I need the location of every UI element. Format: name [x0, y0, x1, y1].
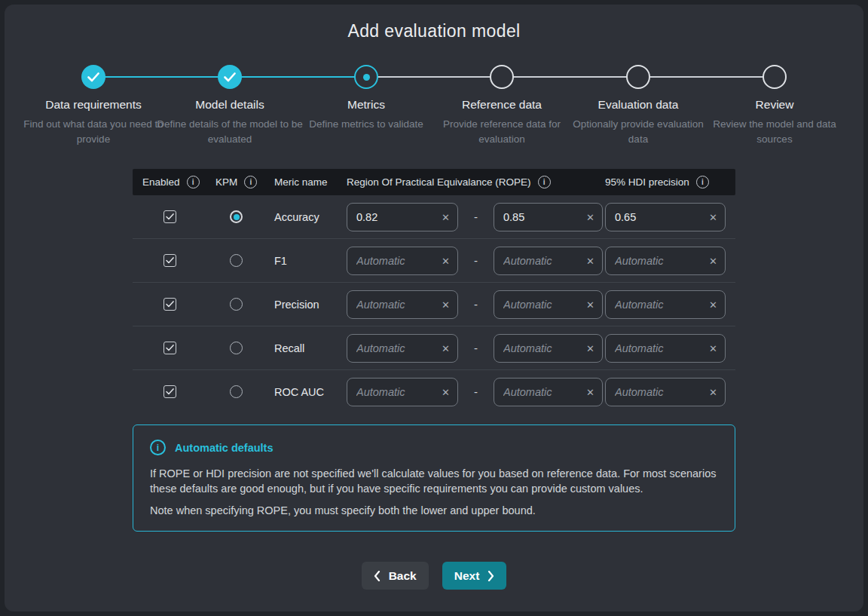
metric-name: F1: [274, 255, 287, 267]
header-rope: Region Of Practical Equivalance (ROPE): [347, 176, 531, 188]
chevron-right-icon: [487, 571, 494, 581]
clear-input-icon[interactable]: ✕: [439, 253, 452, 268]
step-title: Metrics: [291, 98, 442, 112]
metric-name: Precision: [274, 299, 319, 311]
clear-input-icon[interactable]: ✕: [707, 341, 720, 355]
step-title: Evaluation data: [563, 98, 714, 112]
step-description: Define metrics to validate: [291, 117, 442, 132]
kpm-radio[interactable]: [230, 342, 243, 354]
step-title: Reference data: [426, 98, 577, 112]
step-title: Model details: [154, 98, 305, 112]
step-title: Review: [699, 98, 850, 112]
step-title: Data requirements: [18, 98, 169, 112]
table-row-accuracy: Accuracy ✕ - ✕ ✕: [133, 195, 735, 238]
clear-input-icon[interactable]: ✕: [707, 253, 720, 268]
step-upcoming-icon[interactable]: [763, 65, 787, 89]
step-completed-check-icon[interactable]: [218, 65, 242, 89]
chevron-left-icon: [374, 571, 381, 581]
clear-input-icon[interactable]: ✕: [707, 297, 720, 311]
info-box-paragraph: Note when specifying ROPE, you must spec…: [150, 503, 718, 518]
table-header: Enabled i KPM i Meric name Region Of Pra…: [133, 169, 735, 195]
enabled-info-icon[interactable]: i: [187, 176, 200, 188]
info-box-title: Automatic defaults: [175, 442, 274, 454]
range-separator: -: [458, 210, 494, 223]
kpm-radio[interactable]: [230, 298, 243, 311]
info-box-paragraph: If ROPE or HDI precision are not specifi…: [150, 466, 718, 496]
header-metric-name: Meric name: [274, 176, 328, 188]
add-evaluation-model-dialog: Add evaluation model Data requirements F…: [5, 5, 863, 611]
table-row-precision: Precision ✕ - ✕ ✕: [133, 282, 735, 326]
clear-input-icon[interactable]: ✕: [584, 341, 597, 355]
enabled-checkbox[interactable]: [164, 254, 176, 267]
table-row-recall: Recall ✕ - ✕ ✕: [133, 326, 735, 369]
automatic-defaults-info-box: i Automatic defaults If ROPE or HDI prec…: [133, 424, 735, 532]
enabled-checkbox[interactable]: [164, 298, 176, 311]
step-active-icon[interactable]: [354, 65, 378, 89]
clear-input-icon[interactable]: ✕: [439, 385, 452, 399]
metric-name: Recall: [274, 342, 304, 354]
header-enabled: Enabled: [142, 176, 180, 188]
step-description: Optionally provide evaluation data: [563, 117, 714, 147]
step-upcoming-icon[interactable]: [490, 65, 514, 89]
kpm-info-icon[interactable]: i: [244, 176, 257, 188]
kpm-radio[interactable]: [230, 254, 243, 267]
clear-input-icon[interactable]: ✕: [584, 210, 597, 224]
step-description: Provide reference data for evaluation: [426, 117, 577, 147]
clear-input-icon[interactable]: ✕: [584, 297, 597, 311]
header-hdi-precision: 95% HDI precision: [605, 176, 689, 188]
table-row-f1: F1 ✕ - ✕ ✕: [133, 238, 735, 282]
table-row-roc-auc: ROC AUC ✕ - ✕ ✕: [133, 369, 735, 413]
step-completed-check-icon[interactable]: [81, 65, 105, 89]
hdi-info-icon[interactable]: i: [696, 176, 709, 188]
clear-input-icon[interactable]: ✕: [584, 253, 597, 268]
clear-input-icon[interactable]: ✕: [707, 210, 720, 224]
info-circle-icon: i: [150, 440, 166, 455]
next-button-label: Next: [454, 569, 480, 583]
back-button[interactable]: Back: [362, 562, 429, 590]
range-separator: -: [458, 342, 494, 354]
enabled-checkbox[interactable]: [164, 210, 176, 223]
enabled-checkbox[interactable]: [164, 385, 176, 398]
step-upcoming-icon[interactable]: [626, 65, 650, 89]
header-kpm: KPM: [215, 176, 237, 188]
wizard-actions: Back Next: [5, 562, 863, 590]
range-separator: -: [458, 298, 494, 311]
wizard-stepper: Data requirements Find out what data you…: [5, 5, 863, 155]
range-separator: -: [458, 385, 494, 398]
back-button-label: Back: [389, 569, 417, 583]
clear-input-icon[interactable]: ✕: [439, 341, 452, 355]
enabled-checkbox[interactable]: [164, 342, 176, 354]
kpm-radio[interactable]: [230, 385, 243, 398]
stepper-track-upcoming: [366, 76, 775, 78]
metric-name: ROC AUC: [274, 386, 324, 398]
clear-input-icon[interactable]: ✕: [584, 385, 597, 399]
range-separator: -: [458, 254, 494, 267]
step-description: Define details of the model to be evalua…: [154, 117, 305, 147]
clear-input-icon[interactable]: ✕: [439, 297, 452, 311]
clear-input-icon[interactable]: ✕: [439, 210, 452, 224]
metrics-table: Enabled i KPM i Meric name Region Of Pra…: [133, 169, 735, 413]
clear-input-icon[interactable]: ✕: [707, 385, 720, 399]
step-description: Review the model and data sources: [699, 117, 850, 147]
kpm-radio[interactable]: [230, 210, 243, 223]
rope-info-icon[interactable]: i: [538, 176, 551, 188]
next-button[interactable]: Next: [442, 562, 507, 590]
metric-name: Accuracy: [274, 211, 319, 223]
step-description: Find out what data you need to provide: [18, 117, 169, 147]
